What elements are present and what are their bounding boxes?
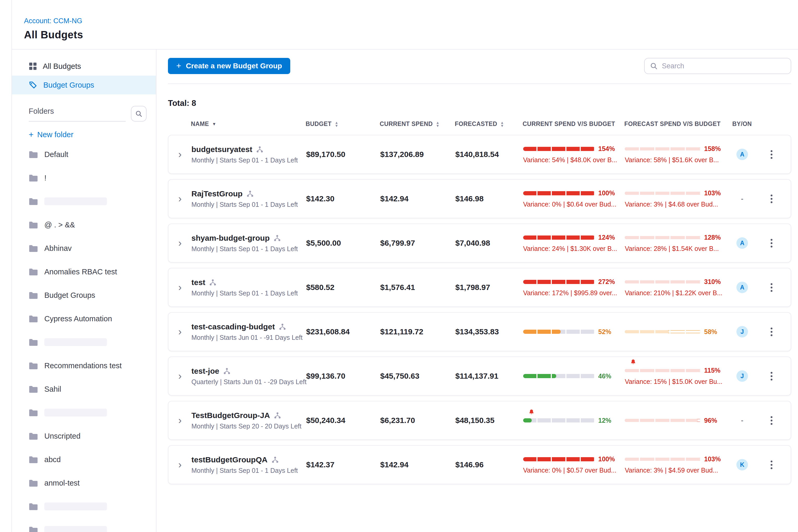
forecast-vs-budget-percent: 103%	[704, 189, 721, 197]
budget-amount: $231,608.84	[306, 327, 380, 336]
budget-period-text: Monthly | Starts Jun 01 - -91 Days Left	[191, 334, 306, 341]
owner-avatar: J	[737, 370, 748, 382]
folder-label: Recommendations test	[44, 361, 122, 370]
folder-item[interactable]	[21, 190, 147, 213]
folder-item[interactable]: Unscripted	[21, 424, 147, 448]
sidebar-item-all-budgets[interactable]: All Budgets	[12, 57, 156, 76]
folder-item[interactable]: !	[21, 166, 147, 190]
budget-group-name[interactable]: shyam-budget-group	[191, 234, 270, 243]
table-row[interactable]: › testBudgetGroupQA Monthly | Starts Sep…	[168, 445, 791, 484]
folder-label: Abhinav	[44, 244, 72, 253]
folder-label	[44, 338, 107, 346]
folder-item[interactable]	[21, 495, 147, 518]
row-menu-button[interactable]	[768, 237, 775, 250]
owner-avatar: -	[737, 415, 748, 426]
forecast-vs-budget-progress-bar	[625, 236, 701, 239]
budget-group-name[interactable]: test-joe	[191, 367, 219, 376]
expand-chevron-icon[interactable]: ›	[178, 327, 182, 337]
folder-icon	[29, 151, 38, 158]
search-input[interactable]	[662, 62, 785, 70]
budget-group-name[interactable]: test-cascading-budget	[191, 322, 275, 331]
table-row[interactable]: › test-cascading-budget Monthly | Starts…	[168, 312, 791, 351]
current-variance-text: Variance: 0% | $0.64 over Bud...	[523, 201, 620, 208]
budget-amount: $89,170.50	[306, 150, 380, 159]
sort-icon: ▲▼	[436, 121, 439, 127]
budget-group-name[interactable]: TestBudgetGroup-JA	[191, 411, 270, 420]
folder-label: Unscripted	[44, 432, 81, 440]
current-vs-budget-progress-bar	[523, 457, 595, 461]
row-menu-button[interactable]	[768, 458, 775, 471]
folder-item[interactable]: @ . > &&	[21, 213, 147, 236]
create-budget-group-button[interactable]: + Create a new Budget Group	[168, 58, 290, 74]
budget-period-text: Monthly | Starts Sep 01 - 1 Days Left	[191, 245, 306, 253]
folder-item[interactable]	[21, 518, 147, 532]
budget-group-name[interactable]: testBudgetGroupQA	[191, 455, 268, 464]
folder-item[interactable]: Sahil	[21, 377, 147, 401]
row-menu-button[interactable]	[768, 192, 775, 205]
folder-item[interactable]: Budget Groups	[21, 283, 147, 307]
owner-avatar: A	[737, 237, 748, 249]
forecast-vs-budget-percent: 115%	[704, 367, 721, 374]
table-row[interactable]: › test Monthly | Starts Sep 01 - 1 Days …	[168, 268, 791, 307]
column-header-name[interactable]: NAME ▼	[191, 120, 306, 128]
table-row[interactable]: › test-joe Quarterly | Starts Jun 01 - -…	[168, 357, 791, 396]
folder-item[interactable]: anmol-test	[21, 471, 147, 495]
folder-item[interactable]: Cypress Automation	[21, 307, 147, 330]
budget-amount: $580.52	[306, 283, 380, 292]
forecast-vs-budget-cell: 103% Variance: 3% | $4.68 over Bud...	[625, 189, 733, 208]
group-hierarchy-icon	[279, 323, 286, 331]
budget-group-name[interactable]: test	[191, 278, 205, 287]
folders-filter-field[interactable]: Folders	[29, 106, 126, 121]
folder-icon	[29, 456, 38, 463]
expand-chevron-icon[interactable]: ›	[178, 149, 182, 159]
table-row[interactable]: › TestBudgetGroup-JA Monthly | Starts Se…	[168, 401, 791, 440]
table-row[interactable]: › budgetsuryatest Monthly | Starts Sep 0…	[168, 135, 791, 174]
owner-avatar: K	[737, 459, 748, 471]
row-menu-button[interactable]	[768, 281, 775, 294]
folder-item[interactable]: abcd	[21, 448, 147, 471]
expand-chevron-icon[interactable]: ›	[178, 460, 182, 470]
new-folder-button[interactable]: + New folder	[29, 130, 147, 139]
row-menu-button[interactable]	[768, 414, 775, 427]
forecast-variance-text: Variance: 210% | $1.22K over B...	[625, 289, 727, 297]
expand-chevron-icon[interactable]: ›	[178, 194, 182, 204]
forecast-vs-budget-percent: 96%	[704, 417, 717, 424]
forecast-vs-budget-percent: 158%	[704, 145, 721, 153]
table-row[interactable]: › shyam-budget-group Monthly | Starts Se…	[168, 224, 791, 263]
current-vs-budget-progress-bar	[523, 147, 595, 151]
expand-chevron-icon[interactable]: ›	[178, 238, 182, 248]
current-vs-budget-progress-bar	[523, 330, 595, 334]
current-vs-budget-cell: 46%	[523, 373, 625, 380]
expand-chevron-icon[interactable]: ›	[178, 282, 182, 292]
current-variance-text: Variance: 172% | $995.89 over...	[523, 289, 620, 297]
row-menu-button[interactable]	[768, 370, 775, 383]
row-menu-button[interactable]	[768, 325, 775, 338]
account-breadcrumb[interactable]: Account: CCM-NG	[24, 17, 82, 25]
current-vs-budget-percent: 100%	[598, 455, 615, 463]
column-header-current-spend[interactable]: CURRENT SPEND ▲▼	[380, 120, 455, 128]
column-header-forecasted[interactable]: FORECASTED ▲▼	[455, 120, 522, 128]
plus-icon: +	[29, 130, 34, 139]
table-row[interactable]: › RajTestGroup Monthly | Starts Sep 01 -…	[168, 179, 791, 218]
sort-icon: ▲▼	[335, 121, 339, 127]
sort-desc-icon: ▼	[212, 122, 216, 127]
folder-item[interactable]: Abhinav	[21, 236, 147, 260]
current-vs-budget-progress-bar	[523, 191, 595, 195]
row-menu-button[interactable]	[768, 148, 775, 161]
column-header-budget[interactable]: BUDGET ▲▼	[306, 120, 380, 128]
budget-group-name[interactable]: budgetsuryatest	[191, 145, 252, 154]
expand-chevron-icon[interactable]: ›	[178, 415, 182, 425]
budget-group-name[interactable]: RajTestGroup	[191, 189, 243, 198]
folder-item[interactable]	[21, 330, 147, 354]
folder-item[interactable]: Default	[21, 142, 147, 166]
folder-item[interactable]: Anomalies RBAC test	[21, 260, 147, 283]
sidebar-item-budget-groups[interactable]: Budget Groups	[12, 76, 156, 94]
folder-search-button[interactable]	[131, 106, 147, 121]
current-spend-amount: $6,799.97	[380, 239, 455, 247]
folder-item[interactable]	[21, 401, 147, 424]
forecast-variance-text: Variance: 3% | $4.68 over Bud...	[625, 201, 727, 208]
folder-icon	[29, 198, 38, 205]
current-vs-budget-percent: 124%	[598, 234, 615, 241]
folder-item[interactable]: Recommendations test	[21, 354, 147, 377]
expand-chevron-icon[interactable]: ›	[178, 371, 182, 381]
